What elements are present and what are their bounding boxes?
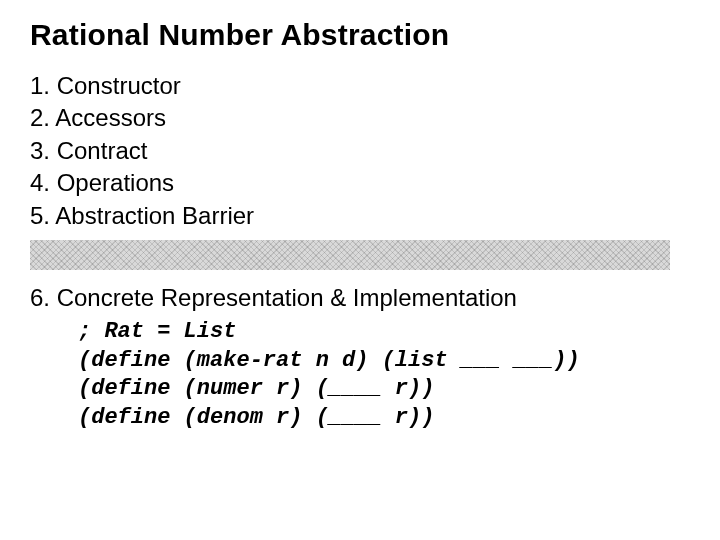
item-number: 1. — [30, 70, 50, 102]
code-line: (define (numer r) (____ r)) — [78, 376, 434, 401]
item-number: 4. — [30, 167, 50, 199]
slide-title: Rational Number Abstraction — [30, 18, 690, 52]
item-number: 6. — [30, 284, 50, 312]
list-item: 2. Accessors — [30, 102, 690, 134]
item-text: Accessors — [55, 104, 166, 131]
abstraction-barrier-divider — [30, 240, 670, 270]
list-item: 6. Concrete Representation & Implementat… — [30, 284, 690, 312]
code-line: ; Rat = List — [78, 319, 236, 344]
item-number: 3. — [30, 135, 50, 167]
list-item: 1. Constructor — [30, 70, 690, 102]
item-text: Constructor — [57, 72, 181, 99]
code-line: (define (denom r) (____ r)) — [78, 405, 434, 430]
list-item: 3. Contract — [30, 135, 690, 167]
list-item: 5. Abstraction Barrier — [30, 200, 690, 232]
code-line: (define (make-rat n d) (list ___ ___)) — [78, 348, 580, 373]
item-text: Concrete Representation & Implementation — [57, 284, 517, 311]
item-number: 5. — [30, 200, 50, 232]
slide: Rational Number Abstraction 1. Construct… — [0, 0, 720, 540]
list-item: 4. Operations — [30, 167, 690, 199]
item-text: Operations — [57, 169, 174, 196]
item-text: Abstraction Barrier — [55, 202, 254, 229]
item-text: Contract — [57, 137, 148, 164]
item-number: 2. — [30, 102, 50, 134]
code-block: ; Rat = List (define (make-rat n d) (lis… — [78, 318, 690, 432]
outline-list: 1. Constructor 2. Accessors 3. Contract … — [30, 70, 690, 232]
